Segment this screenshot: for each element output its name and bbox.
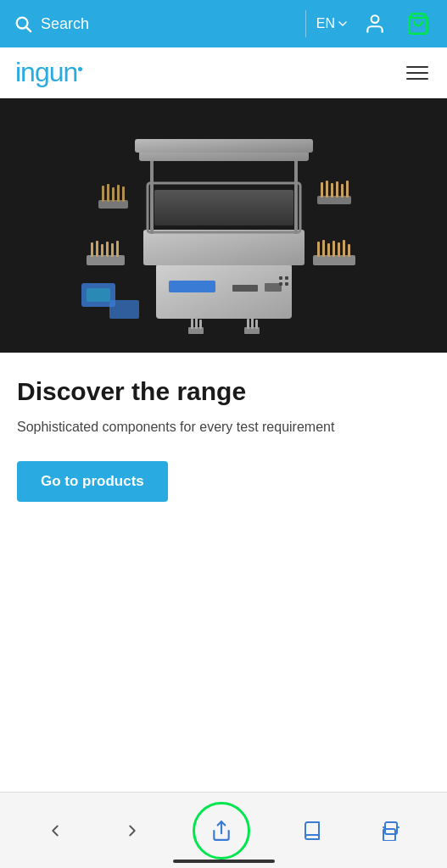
svg-rect-10 [279, 282, 282, 286]
search-field[interactable]: Search [14, 14, 295, 33]
svg-rect-47 [341, 184, 344, 198]
hero-image [0, 98, 447, 353]
machine-illustration [63, 107, 385, 344]
search-bar: Search EN [0, 0, 447, 47]
language-label: EN [316, 16, 335, 31]
svg-rect-40 [343, 240, 345, 257]
search-right-controls: EN [316, 8, 433, 39]
user-icon [364, 13, 386, 35]
svg-point-2 [372, 15, 379, 23]
svg-rect-37 [327, 243, 330, 257]
svg-rect-9 [285, 276, 288, 280]
spacer [0, 527, 447, 739]
cart-icon [406, 12, 430, 36]
bookmarks-button[interactable] [295, 814, 329, 848]
svg-rect-45 [331, 183, 333, 198]
language-selector[interactable]: EN [316, 16, 347, 31]
search-label: Search [41, 15, 89, 33]
svg-rect-57 [109, 300, 139, 319]
svg-rect-11 [285, 282, 288, 286]
hamburger-line-1 [406, 66, 428, 68]
svg-rect-43 [321, 182, 323, 198]
svg-rect-51 [195, 317, 198, 329]
svg-rect-22 [101, 244, 103, 257]
svg-rect-14 [154, 190, 293, 225]
svg-rect-33 [122, 186, 125, 202]
svg-rect-18 [135, 139, 313, 153]
section-subtitle: Sophisticated components for every test … [17, 417, 430, 437]
tabs-button[interactable] [374, 814, 408, 848]
svg-rect-55 [251, 317, 254, 329]
back-button[interactable] [39, 815, 71, 847]
tabs-icon [381, 821, 401, 841]
user-account-button[interactable] [360, 9, 389, 38]
forward-button[interactable] [116, 815, 148, 847]
search-divider [305, 10, 306, 37]
chevron-down-icon [338, 19, 347, 28]
svg-rect-39 [338, 242, 340, 257]
logo-dot [78, 67, 82, 71]
logo[interactable]: ingun [15, 57, 82, 88]
svg-rect-31 [112, 187, 115, 202]
hamburger-line-3 [406, 78, 428, 80]
svg-rect-8 [279, 276, 282, 280]
svg-rect-5 [169, 281, 215, 292]
svg-rect-41 [348, 244, 350, 257]
section-title: Discover the range [17, 376, 430, 407]
brand-bar: ingun [0, 47, 447, 98]
svg-rect-23 [106, 242, 109, 257]
share-icon [210, 820, 232, 842]
svg-rect-6 [232, 285, 258, 292]
svg-rect-48 [346, 181, 349, 198]
svg-rect-16 [294, 158, 298, 234]
svg-rect-52 [199, 320, 202, 329]
svg-rect-38 [332, 241, 335, 257]
svg-rect-50 [191, 319, 193, 329]
svg-rect-12 [143, 230, 305, 265]
svg-rect-44 [326, 181, 328, 198]
svg-rect-29 [102, 186, 104, 202]
svg-line-1 [27, 28, 31, 32]
hamburger-line-2 [406, 72, 428, 74]
svg-rect-32 [117, 185, 120, 202]
svg-rect-54 [247, 319, 249, 329]
browser-bar [0, 792, 447, 868]
book-icon [302, 821, 322, 841]
content-section: Discover the range Sophisticated compone… [0, 353, 447, 527]
forward-arrow-icon [123, 821, 142, 840]
svg-rect-25 [116, 241, 119, 257]
svg-rect-30 [107, 184, 109, 202]
svg-rect-24 [111, 243, 114, 257]
svg-rect-56 [255, 320, 258, 329]
svg-rect-46 [336, 181, 338, 198]
cta-button[interactable]: Go to products [17, 461, 168, 502]
share-button[interactable] [193, 802, 250, 860]
svg-rect-20 [91, 242, 93, 257]
home-indicator [173, 860, 275, 863]
cart-button[interactable] [403, 8, 433, 39]
hamburger-menu-button[interactable] [403, 63, 432, 83]
svg-rect-36 [322, 240, 325, 257]
svg-rect-35 [317, 242, 320, 257]
svg-point-0 [17, 18, 28, 29]
back-arrow-icon [46, 821, 64, 840]
svg-rect-21 [96, 241, 98, 257]
svg-rect-27 [87, 288, 110, 302]
svg-rect-15 [150, 158, 154, 234]
search-icon [14, 14, 32, 33]
